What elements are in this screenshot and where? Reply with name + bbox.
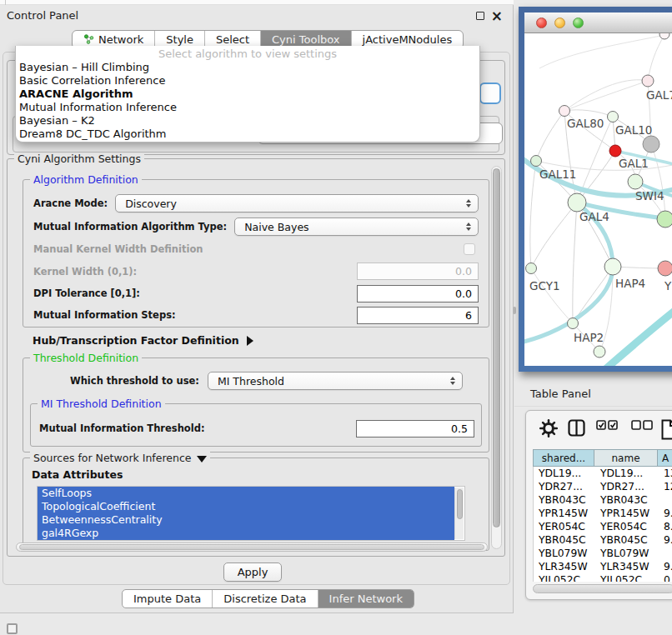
node-label: HAP2 — [574, 331, 604, 344]
network-edge[interactable] — [648, 35, 664, 81]
network-node[interactable] — [628, 174, 643, 189]
network-edge[interactable] — [539, 35, 664, 68]
table-row[interactable]: YBL079WYBL079W — [534, 547, 672, 560]
tab-impute-data[interactable]: Impute Data — [123, 590, 213, 608]
table-row[interactable]: YDL19...YDL19...13 — [534, 467, 672, 480]
aracne-mode-combo[interactable]: Discovery — [115, 194, 479, 212]
select-all-icon[interactable] — [596, 419, 619, 431]
mi-threshold-field[interactable]: 0.5 — [356, 420, 474, 438]
algorithm-option[interactable]: Mutual Information Inference — [16, 101, 479, 114]
table-row[interactable]: YER054CYER054C8. — [534, 520, 672, 533]
combo-arrows-icon — [450, 377, 455, 385]
attribute-item[interactable]: TopologicalCoefficient — [38, 500, 454, 513]
table-row[interactable]: YBR045CYBR045C9. — [534, 533, 672, 547]
network-edge[interactable] — [564, 110, 613, 117]
manual-kernel-checkbox[interactable] — [464, 243, 475, 255]
network-node[interactable] — [594, 346, 605, 358]
table-row[interactable]: YBR043CYBR043C — [534, 493, 672, 507]
attribute-item[interactable]: SelfLoops — [38, 487, 454, 500]
network-node[interactable] — [659, 33, 669, 39]
network-node[interactable] — [531, 156, 542, 167]
network-edge[interactable] — [530, 161, 536, 268]
network-edge[interactable] — [564, 81, 648, 111]
close-light-icon[interactable] — [536, 18, 547, 28]
node-label: GAL80 — [567, 117, 604, 130]
settings-group-title: Cyni Algorithm Settings — [14, 152, 144, 165]
table-cell — [659, 493, 672, 507]
table-cell: YDL19... — [595, 467, 659, 480]
table-cell: YIL052C — [595, 573, 659, 582]
splitter-grip[interactable] — [513, 307, 516, 314]
table-row[interactable]: YDR27...YDR27...12 — [534, 480, 672, 493]
sources-group-title: Sources for Network Inference — [30, 452, 210, 464]
table-horizontal-scrollbar[interactable] — [533, 584, 672, 593]
network-edge[interactable] — [531, 268, 573, 323]
network-node[interactable] — [568, 318, 579, 329]
column-header-a[interactable]: A — [658, 449, 672, 467]
close-icon[interactable]: × — [491, 7, 503, 25]
attribute-item[interactable]: gal4RGexp — [38, 527, 454, 540]
network-node[interactable] — [608, 112, 619, 122]
threshold-definition-group: Threshold Definition Which threshold to … — [23, 358, 489, 452]
hub-definition-toggle[interactable]: Hub/Transcription Factor Definition — [33, 334, 253, 347]
column-header-shared[interactable]: shared... — [533, 449, 594, 467]
table-cell: 12 — [659, 480, 672, 493]
settings-horizontal-scrollbar[interactable] — [16, 542, 488, 552]
minimize-light-icon[interactable] — [554, 18, 565, 28]
network-node[interactable] — [604, 258, 621, 275]
network-node[interactable] — [559, 106, 570, 117]
collapsed-panel-icon[interactable] — [7, 623, 18, 634]
table-cell: 9. — [659, 560, 672, 573]
algorithm-dropdown-popup: Select algorithm to view settings Bayesi… — [15, 46, 480, 142]
dpi-tolerance-field[interactable]: 0.0 — [357, 285, 479, 302]
table-cell: 0 — [659, 573, 672, 582]
apply-button[interactable]: Apply — [223, 562, 282, 582]
export-table-icon[interactable] — [661, 419, 672, 440]
which-threshold-combo[interactable]: MI Threshold — [208, 372, 463, 390]
columns-icon[interactable] — [568, 419, 585, 437]
attribute-item[interactable]: BetweennessCentrality — [38, 513, 454, 527]
network-edge[interactable] — [531, 202, 577, 268]
network-edge[interactable] — [573, 202, 577, 323]
algorithm-option[interactable]: Bayesian – K2 — [16, 114, 479, 128]
network-node[interactable] — [609, 145, 621, 157]
data-attributes-list[interactable]: SelfLoopsTopologicalCoefficientBetweenne… — [37, 486, 465, 541]
network-node[interactable] — [657, 211, 672, 228]
algorithm-option[interactable]: Basic Correlation Inference — [16, 74, 479, 88]
gear-icon[interactable] — [539, 419, 558, 438]
algorithm-option[interactable]: ARACNE Algorithm — [16, 88, 479, 101]
mi-steps-field[interactable]: 6 — [357, 307, 479, 324]
cyni-algorithm-settings-group: Cyni Algorithm Settings Algorithm Defini… — [7, 158, 505, 557]
algorithm-option[interactable]: Dream8 DC_TDC Algorithm — [16, 128, 479, 141]
float-icon[interactable] — [476, 12, 484, 20]
network-node[interactable] — [568, 193, 586, 212]
table-row[interactable]: YLR345WYLR345W9. — [534, 560, 672, 573]
tab-discretize-data[interactable]: Discretize Data — [213, 590, 318, 608]
network-edge[interactable] — [536, 111, 564, 161]
mi-type-combo[interactable]: Naive Bayes — [234, 218, 479, 236]
algorithm-option-list: Bayesian – Hill ClimbingBasic Correlatio… — [16, 61, 479, 141]
tab-infer-network[interactable]: Infer Network — [318, 590, 414, 608]
control-panel-titlebar: Control Panel × — [0, 5, 513, 27]
network-node[interactable] — [526, 263, 537, 274]
combo-stepper-icon[interactable] — [479, 82, 501, 104]
network-canvas[interactable]: GAL7GAL80GAL10GAL1GAL11SWI4GAL4GCY1HAP4Y… — [524, 33, 672, 366]
attributes-scrollbar[interactable] — [454, 488, 464, 539]
kernel-width-field[interactable]: 0.0 — [357, 262, 479, 280]
network-node[interactable] — [658, 261, 672, 276]
algorithm-definition-group: Algorithm Definition Aracne Mode: Discov… — [23, 179, 489, 328]
deselect-all-icon[interactable] — [631, 419, 654, 431]
network-icon — [83, 34, 94, 45]
algorithm-option[interactable]: Bayesian – Hill Climbing — [16, 61, 479, 74]
zoom-light-icon[interactable] — [573, 18, 584, 28]
column-header-name[interactable]: name — [594, 449, 658, 467]
network-node[interactable] — [643, 136, 659, 152]
table-row[interactable]: YIL052CYIL052C0 — [534, 573, 672, 582]
network-node[interactable] — [642, 75, 654, 87]
expanded-arrow-icon[interactable] — [197, 456, 207, 462]
table-row[interactable]: YPR145WYPR145W9. — [534, 507, 672, 520]
mi-steps-label: Mutual Information Steps: — [33, 309, 176, 321]
settings-scrollbar[interactable] — [491, 166, 502, 549]
kernel-width-label: Kernel Width (0,1): — [33, 266, 137, 278]
network-edge[interactable] — [604, 308, 672, 366]
